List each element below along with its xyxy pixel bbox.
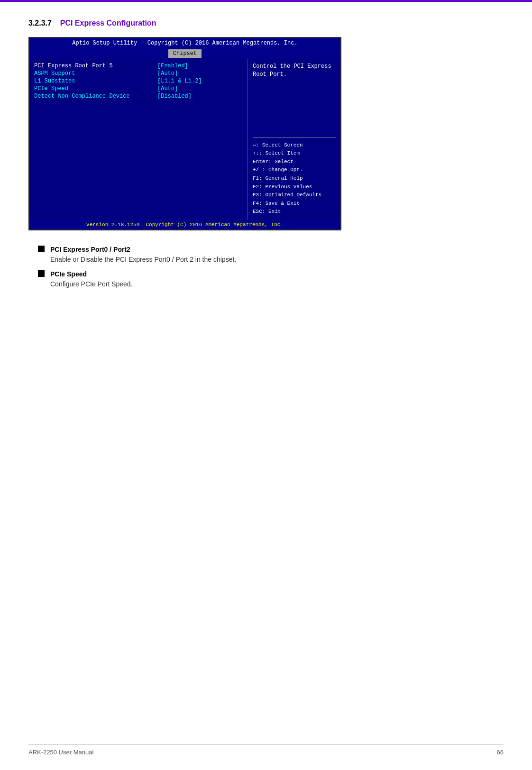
bullet-content-1: PCIe Speed Configure PCIe Port Speed. [50, 269, 133, 289]
bios-help-text: Control the PCI Express Root Port. [253, 63, 336, 79]
bios-item-1[interactable]: ASPM Support [34, 70, 148, 77]
bullet-desc-1: Configure PCIe Port Speed. [50, 279, 133, 289]
bullet-content-0: PCI Express Port0 / Port2 Enable or Disa… [50, 245, 236, 265]
bios-key-esc: ESC: Exit [253, 208, 336, 216]
bios-header-text: Aptio Setup Utility – Copyright (C) 2016… [72, 40, 297, 46]
bios-header: Aptio Setup Utility – Copyright (C) 2016… [29, 38, 340, 48]
bios-key-change: +/-: Change Opt. [253, 166, 336, 174]
bios-key-item: ↑↓: Select Item [253, 149, 336, 158]
bios-key-f4: F4: Save & Exit [253, 200, 336, 208]
bios-item-4[interactable]: Detect Non-Compliance Device [34, 93, 148, 100]
bios-item-label-2: L1 Substates [34, 78, 75, 84]
bios-footer-text: Version 2.18.1259. Copyright (C) 2016 Am… [86, 222, 284, 228]
bios-key-f1: F1: General Help [253, 174, 336, 183]
bullet-icon-0 [38, 246, 45, 252]
footer-left: ARK-2250 User Manual [28, 749, 93, 756]
bios-value-0: [Enabled] [157, 63, 243, 69]
bios-value-1: [Auto] [157, 70, 243, 77]
bios-menu-left: PCI Express Root Port 5 ASPM Support L1 … [29, 59, 153, 220]
bios-key-f2: F2: Previous Values [253, 183, 336, 192]
bios-key-legend: ↔: Select Screen ↑↓: Select Item Enter: … [253, 141, 336, 216]
bios-key-f3: F3: Optimized Defaults [253, 191, 336, 200]
bullet-item-1: PCIe Speed Configure PCIe Port Speed. [38, 269, 504, 289]
page-footer: ARK-2250 User Manual 66 [28, 744, 504, 756]
bios-divider [253, 137, 336, 138]
section-title-text: PCI Express Configuration [60, 19, 156, 27]
section-number: 3.2.3.7 [28, 19, 52, 27]
top-border [0, 0, 532, 2]
bios-value-4: [Disabled] [157, 93, 243, 100]
bullet-title-0: PCI Express Port0 / Port2 [50, 245, 236, 255]
bios-value-3: [Auto] [157, 85, 243, 92]
bullet-item-0: PCI Express Port0 / Port2 Enable or Disa… [38, 245, 504, 265]
page-container: 3.2.3.7 PCI Express Configuration Aptio … [0, 0, 532, 322]
bios-screenshot: Aptio Setup Utility – Copyright (C) 2016… [28, 37, 341, 230]
bios-key-screen: ↔: Select Screen [253, 141, 336, 150]
bios-item-3[interactable]: PCIe Speed [34, 85, 148, 92]
bios-item-label-0: PCI Express Root Port 5 [34, 63, 113, 69]
bios-value-2: [L1.1 & L1.2] [157, 78, 243, 84]
bullet-list: PCI Express Port0 / Port2 Enable or Disa… [38, 245, 504, 289]
bios-body: PCI Express Root Port 5 ASPM Support L1 … [29, 59, 340, 220]
bios-values-center: [Enabled] [Auto] [L1.1 & L1.2] [Auto] [D… [153, 59, 248, 220]
bios-key-enter: Enter: Select [253, 158, 336, 166]
bios-item-0[interactable]: PCI Express Root Port 5 [34, 63, 148, 69]
bios-item-2[interactable]: L1 Substates [34, 78, 148, 84]
bios-item-label-4: Detect Non-Compliance Device [34, 93, 130, 100]
footer-right: 66 [497, 749, 504, 756]
bios-tab-row: Chipset [29, 48, 340, 59]
bullet-desc-0: Enable or Disable the PCI Express Port0 … [50, 255, 236, 265]
bullet-icon-1 [38, 270, 45, 277]
bullet-title-1: PCIe Speed [50, 269, 133, 279]
bios-footer: Version 2.18.1259. Copyright (C) 2016 Am… [29, 220, 340, 229]
section-title: 3.2.3.7 PCI Express Configuration [28, 19, 504, 28]
bios-item-label-3: PCIe Speed [34, 85, 68, 92]
bios-help-right: Control the PCI Express Root Port. ↔: Se… [248, 59, 340, 220]
bios-item-label-1: ASPM Support [34, 70, 75, 77]
bios-active-tab[interactable]: Chipset [168, 49, 202, 58]
